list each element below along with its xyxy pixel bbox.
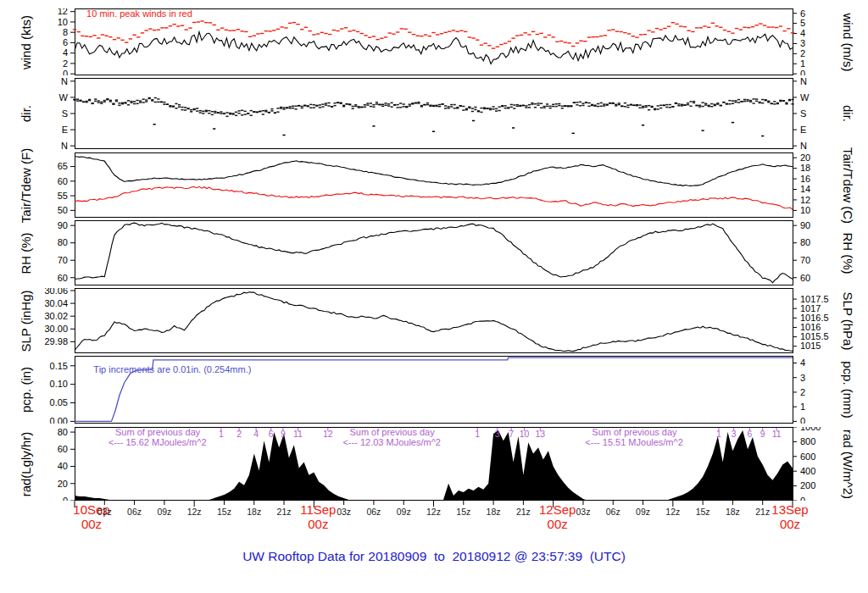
svg-text:6: 6 <box>800 8 805 19</box>
svg-text:0.10: 0.10 <box>50 379 68 389</box>
svg-text:W: W <box>800 92 810 103</box>
svg-text:4: 4 <box>253 429 259 439</box>
svg-text:N: N <box>800 78 807 86</box>
panel-wind-direction: dir. NWSENNWSEN dir. <box>0 78 868 149</box>
svg-text:00z: 00z <box>780 517 800 531</box>
svg-text:Sum of previous day: Sum of previous day <box>115 427 201 437</box>
svg-text:3: 3 <box>800 373 805 383</box>
svg-text:20: 20 <box>800 152 810 163</box>
svg-text:12z: 12z <box>665 507 680 517</box>
svg-text:12z: 12z <box>187 507 202 517</box>
svg-text:1015.5: 1015.5 <box>800 331 829 341</box>
svg-text:16: 16 <box>800 174 810 184</box>
wind-right-axis-title: wind (m/s) <box>841 13 855 71</box>
svg-text:06z: 06z <box>606 507 620 517</box>
svg-text:21z: 21z <box>277 507 292 517</box>
svg-text:2: 2 <box>63 58 68 69</box>
rh-right-axis-title: RH (%) <box>841 232 855 274</box>
svg-text:21z: 21z <box>516 507 531 517</box>
svg-text:5: 5 <box>800 18 805 28</box>
svg-text:0.15: 0.15 <box>50 361 68 371</box>
svg-text:00z: 00z <box>308 517 328 531</box>
svg-text:1: 1 <box>800 402 805 412</box>
svg-text:12z: 12z <box>426 507 441 517</box>
svg-text:80: 80 <box>58 237 68 247</box>
svg-text:400: 400 <box>800 466 815 476</box>
svg-text:Sum of previous day: Sum of previous day <box>349 427 435 437</box>
svg-text:N: N <box>61 78 68 86</box>
svg-text:S: S <box>62 108 68 119</box>
svg-text:55: 55 <box>58 191 68 201</box>
svg-text:80: 80 <box>58 427 68 437</box>
panel-radiation: rad(Lgly/hr) 02040608002004006008001000S… <box>0 427 868 501</box>
svg-text:Sum of previous day: Sum of previous day <box>592 427 677 437</box>
svg-text:50: 50 <box>58 205 68 215</box>
rad-plot: 02040608002004006008001000Sum of previou… <box>0 427 868 501</box>
svg-text:W: W <box>59 92 69 103</box>
svg-text:2: 2 <box>800 387 805 397</box>
svg-text:3: 3 <box>732 429 737 439</box>
panel-pressure: SLP (inHg) 29.9830.0030.0230.0430.061015… <box>0 288 868 353</box>
svg-text:06z: 06z <box>366 507 381 517</box>
svg-text:E: E <box>800 125 806 135</box>
svg-text:1: 1 <box>475 429 480 439</box>
chart-title: UW Rooftop Data for 20180909 to 20180912… <box>0 549 868 564</box>
pcp-right-axis-title: pcp. (mm) <box>841 361 855 418</box>
svg-text:60: 60 <box>58 273 68 283</box>
svg-text:18z: 18z <box>726 507 740 517</box>
svg-text:<--- 15.62 MJoules/m^2: <--- 15.62 MJoules/m^2 <box>108 437 207 447</box>
svg-text:0: 0 <box>63 69 68 75</box>
svg-text:600: 600 <box>800 452 815 462</box>
svg-text:10: 10 <box>800 205 810 215</box>
svg-text:2: 2 <box>236 429 242 439</box>
svg-text:80: 80 <box>800 237 810 247</box>
svg-text:<--- 12.03 MJoules/m^2: <--- 12.03 MJoules/m^2 <box>342 437 441 447</box>
svg-text:90: 90 <box>58 220 68 230</box>
svg-text:1017.5: 1017.5 <box>800 294 829 304</box>
svg-text:30.00: 30.00 <box>44 324 68 334</box>
svg-text:12: 12 <box>800 195 810 205</box>
svg-text:15z: 15z <box>217 507 231 517</box>
panel-humidity: RH (%) 6070809060708090 RH (%) <box>0 220 868 285</box>
svg-text:00z: 00z <box>548 517 568 531</box>
svg-text:<--- 15.51 MJoules/m^2: <--- 15.51 MJoules/m^2 <box>585 437 683 447</box>
svg-text:9: 9 <box>281 429 286 439</box>
svg-text:11Sep: 11Sep <box>300 502 336 517</box>
svg-text:09z: 09z <box>397 507 411 517</box>
svg-text:13: 13 <box>536 429 546 439</box>
svg-text:10: 10 <box>520 429 530 439</box>
svg-text:8: 8 <box>63 27 68 37</box>
svg-text:03z: 03z <box>337 507 351 517</box>
svg-text:30.06: 30.06 <box>44 288 68 296</box>
svg-text:11: 11 <box>293 429 303 439</box>
svg-text:12Sep: 12Sep <box>539 502 576 517</box>
rad-right-axis-title: rad (W/m^2) <box>841 429 855 498</box>
svg-text:N: N <box>61 141 68 149</box>
svg-text:18z: 18z <box>247 507 261 517</box>
panel-temperature: Tair/Tdew (F) 50556065101214161820 Tair/… <box>0 152 868 218</box>
uw-rooftop-weather-chart: wind (kts) 024681012012345610 min. peak … <box>0 0 868 593</box>
svg-text:65: 65 <box>58 161 68 171</box>
svg-text:S: S <box>800 108 806 119</box>
svg-text:9: 9 <box>760 429 765 439</box>
svg-text:10: 10 <box>58 17 68 27</box>
svg-text:30.04: 30.04 <box>44 298 68 308</box>
wind-plot: 024681012012345610 min. peak winds in re… <box>0 8 868 75</box>
svg-text:3: 3 <box>495 429 500 439</box>
svg-text:3: 3 <box>800 38 805 48</box>
svg-text:13Sep: 13Sep <box>771 502 808 517</box>
svg-text:70: 70 <box>800 255 810 265</box>
svg-text:6: 6 <box>269 429 274 439</box>
svg-text:14: 14 <box>800 184 810 194</box>
svg-text:1016.5: 1016.5 <box>800 313 829 323</box>
x-axis: 10Sep00z03z06z09z12z15z18z21z11Sep00z03z… <box>0 501 868 548</box>
svg-text:40: 40 <box>58 461 68 471</box>
svg-text:200: 200 <box>800 480 815 490</box>
temp-plot: 50556065101214161820 <box>0 152 868 218</box>
dir-plot: NWSENNWSEN <box>0 78 868 149</box>
svg-text:70: 70 <box>58 255 68 265</box>
svg-text:11: 11 <box>772 429 782 439</box>
svg-text:10 min. peak winds in red: 10 min. peak winds in red <box>86 8 192 19</box>
svg-text:800: 800 <box>800 436 815 446</box>
temp-right-axis-title: Tair/Tdew (C) <box>841 147 855 223</box>
